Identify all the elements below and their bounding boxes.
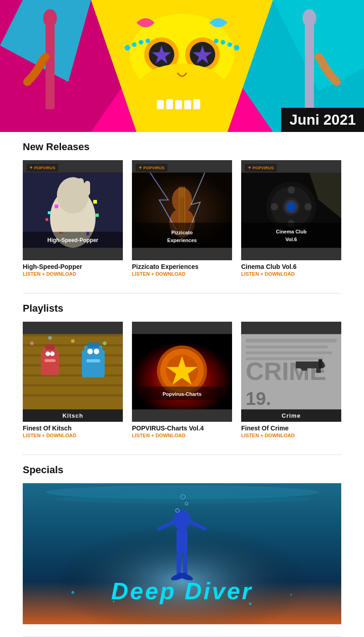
svg-rect-53 [180,198,184,225]
svg-point-70 [287,202,296,212]
svg-text:Experiences: Experiences [167,238,197,243]
card-title-high-speed-popper: High-Speed-Popper [23,263,123,270]
svg-rect-110 [246,339,337,343]
svg-rect-17 [175,100,182,109]
svg-rect-28 [46,18,55,109]
popvirus-badge-1: ✦ POPVIRUS [26,164,58,172]
svg-rect-15 [157,100,164,109]
svg-rect-42 [93,200,97,204]
svg-point-135 [113,601,115,602]
svg-point-20 [125,45,130,51]
kitsch-overlay-label: Kitsch [23,410,123,422]
svg-text:CRIME: CRIME [246,357,326,385]
new-releases-title: New Releases [23,141,341,153]
card-image-pizzicato[interactable]: Pizzicato Experiences ✦ POPVIRUS [132,160,232,260]
svg-point-99 [103,342,106,345]
svg-rect-78 [23,344,123,347]
svg-point-121 [174,510,190,530]
svg-point-22 [139,40,143,45]
svg-rect-81 [23,374,123,377]
svg-point-136 [249,602,252,605]
card-title-charts: POPVIRUS-Charts Vol.4 [132,425,232,432]
svg-point-134 [290,594,292,596]
svg-point-133 [71,591,74,594]
specials-section: Specials [0,455,364,629]
svg-rect-82 [23,384,123,387]
svg-point-21 [132,42,136,47]
svg-point-94 [94,349,99,354]
card-link-charts[interactable]: LISTEN + DOWNLOAD [132,433,232,438]
svg-point-87 [46,352,50,356]
card-link-pizzicato[interactable]: LISTEN + DOWNLOAD [132,271,232,277]
new-releases-grid: High-Speed-Popper ✦ POPVIRUS High-Speed-… [23,160,341,277]
svg-rect-126 [183,554,187,574]
playlists-section: Playlists [0,293,364,447]
svg-rect-115 [318,359,322,369]
playlists-title: Playlists [23,303,341,314]
svg-point-96 [30,342,34,345]
card-title-cinema-club: Cinema Club Vol.6 [241,263,341,270]
specials-image[interactable]: Deep Diver [23,483,341,624]
svg-rect-44 [96,214,99,217]
svg-rect-18 [184,100,191,109]
svg-rect-37 [70,177,76,196]
card-link-high-speed-popper[interactable]: LISTEN + DOWNLOAD [23,271,123,277]
divider-3 [23,636,341,637]
svg-rect-112 [246,352,332,354]
svg-text:Deep Diver: Deep Diver [111,578,253,604]
new-releases-section: New Releases [0,132,364,286]
svg-point-65 [288,187,295,194]
card-link-kitsch[interactable]: LISTEN + DOWNLOAD [23,433,123,438]
svg-point-93 [87,349,93,354]
svg-point-67 [271,203,278,211]
card-pizzicato: Pizzicato Experiences ✦ POPVIRUS Pizzica… [132,160,232,277]
svg-rect-79 [23,354,123,357]
svg-point-24 [234,45,239,51]
svg-text:Cinema Club: Cinema Club [276,229,307,234]
popvirus-badge-3: ✦ POPVIRUS [245,164,277,172]
svg-text:Vol.6: Vol.6 [285,237,297,242]
svg-rect-72 [241,223,341,248]
svg-rect-124 [177,529,187,554]
card-link-crime[interactable]: LISTEN + DOWNLOAD [241,433,341,438]
card-title-kitsch: Finest Of Kitsch [23,425,123,432]
card-title-pizzicato: Pizzicato Experiences [132,263,232,270]
card-image-charts[interactable]: Popvirus-Charts Popvirus-Charts [132,322,232,422]
svg-rect-125 [177,554,181,574]
popvirus-badge-2: ✦ POPVIRUS [136,164,167,172]
svg-rect-40 [55,205,58,208]
card-image-crime[interactable]: CRIME 19. Crime [241,322,341,422]
svg-point-14 [136,64,228,118]
svg-text:19.: 19. [246,389,271,409]
svg-point-88 [50,352,55,356]
card-image-cinema-club[interactable]: Cinema Club Vol.6 ✦ POPVIRUS [241,160,341,260]
svg-point-26 [221,40,225,45]
svg-rect-92 [87,343,99,348]
svg-text:High-Speed-Popper: High-Speed-Popper [47,237,98,243]
hero-date: Juni 2021 [281,108,364,132]
svg-point-25 [228,42,232,47]
svg-point-29 [43,9,57,27]
card-image-kitsch[interactable]: Kitsch [23,322,123,422]
svg-rect-43 [46,218,48,221]
svg-rect-58 [132,223,232,248]
svg-rect-80 [23,364,123,367]
svg-rect-36 [63,180,69,196]
specials-title: Specials [23,464,341,476]
svg-rect-30 [305,18,314,109]
svg-rect-16 [166,99,173,109]
card-image-high-speed-popper[interactable]: High-Speed-Popper ✦ POPVIRUS [23,160,123,260]
crime-overlay-label: Crime [241,410,341,422]
hero-banner: Juni 2021 [0,0,364,132]
card-link-cinema-club[interactable]: LISTEN + DOWNLOAD [241,271,341,277]
svg-rect-89 [45,359,56,362]
svg-point-27 [214,39,218,43]
svg-point-31 [303,9,316,27]
svg-rect-83 [23,394,123,397]
svg-text:Pizzicato: Pizzicato [171,230,192,235]
svg-rect-111 [246,346,328,349]
card-title-crime: Finest Of Crime [241,425,341,432]
svg-rect-41 [48,212,51,214]
svg-rect-95 [86,359,100,363]
svg-rect-86 [46,344,55,350]
